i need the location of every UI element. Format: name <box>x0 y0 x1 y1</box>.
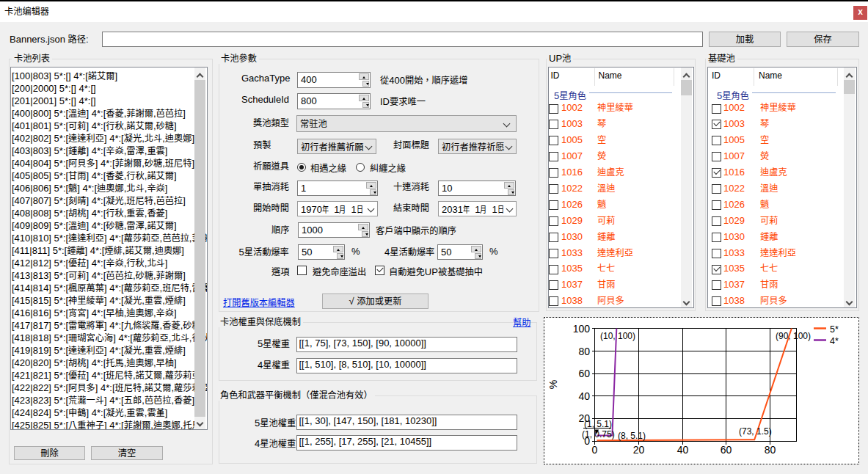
svg-text:(90, 100): (90, 100) <box>776 331 811 341</box>
svg-text:60: 60 <box>578 368 590 379</box>
svg-text:0: 0 <box>592 444 598 456</box>
svg-text:(8, 5.1): (8, 5.1) <box>618 431 646 441</box>
svg-text:(1, 0.75): (1, 0.75) <box>582 429 615 440</box>
svg-text:(1, 5.1): (1, 5.1) <box>584 419 612 429</box>
svg-text:80: 80 <box>765 444 776 456</box>
svg-text:40: 40 <box>677 444 689 456</box>
svg-text:100: 100 <box>573 323 591 335</box>
svg-text:(10, 100): (10, 100) <box>600 331 635 341</box>
svg-text:5*: 5* <box>830 324 839 335</box>
svg-text:(73, 1.5): (73, 1.5) <box>739 426 772 437</box>
svg-text:60: 60 <box>721 444 732 456</box>
svg-text:40: 40 <box>578 390 590 402</box>
svg-text:20: 20 <box>633 444 645 456</box>
svg-text:%: % <box>547 380 559 389</box>
svg-text:80: 80 <box>578 346 590 357</box>
svg-text:4*: 4* <box>830 336 839 346</box>
